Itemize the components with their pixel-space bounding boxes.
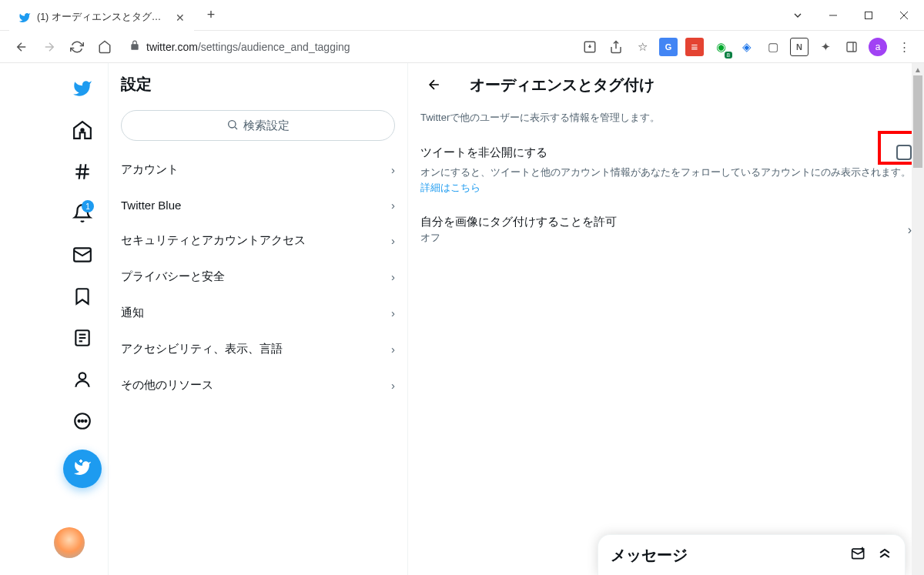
nav-profile-icon[interactable] xyxy=(63,360,102,399)
bookmark-star-icon[interactable]: ☆ xyxy=(633,38,651,56)
twitter-logo-icon[interactable] xyxy=(63,69,102,108)
settings-item-account[interactable]: アカウント› xyxy=(109,152,407,188)
svg-point-22 xyxy=(229,120,236,127)
browser-menu-icon[interactable]: ⋮ xyxy=(895,38,913,56)
translate-extension-icon[interactable]: G xyxy=(659,38,678,56)
back-arrow-button[interactable] xyxy=(420,71,448,99)
nav-explore-icon[interactable] xyxy=(63,152,102,191)
lock-icon xyxy=(129,40,140,53)
extension-icon[interactable]: ◈ xyxy=(738,38,756,56)
svg-point-19 xyxy=(79,420,80,422)
protect-tweets-help: オンにすると、ツイートと他のアカウント情報があなたをフォローしているアカウントに… xyxy=(420,165,912,195)
nav-messages-icon[interactable] xyxy=(63,236,102,274)
detail-title: オーディエンスとタグ付け xyxy=(470,75,654,95)
messages-title: メッセージ xyxy=(611,545,688,566)
settings-search-input[interactable]: 検索設定 xyxy=(121,110,395,141)
nav-more-icon[interactable] xyxy=(63,402,102,440)
scrollbar-up-icon[interactable]: ▲ xyxy=(912,63,924,75)
url-domain: twitter.com xyxy=(146,41,198,53)
protect-tweets-label: ツイートを非公開にする xyxy=(420,145,547,160)
chevron-right-icon: › xyxy=(391,343,395,356)
tab-close-icon[interactable]: ✕ xyxy=(176,12,185,24)
photo-tagging-label: 自分を画像にタグ付けすることを許可 xyxy=(420,215,617,229)
learn-more-link[interactable]: 詳細はこちら xyxy=(420,182,480,193)
messages-dock[interactable]: メッセージ xyxy=(598,534,906,575)
browser-tab[interactable]: (1) オーディエンスとタグ付け / Twitter ✕ xyxy=(9,5,194,31)
share-icon[interactable] xyxy=(607,38,625,56)
svg-point-20 xyxy=(82,420,83,422)
address-bar[interactable]: twitter.com/settings/audience_and_taggin… xyxy=(122,40,574,53)
settings-item-notifications[interactable]: 通知› xyxy=(109,295,407,331)
detail-description: Twitterで他のユーザーに表示する情報を管理します。 xyxy=(408,103,924,137)
svg-line-10 xyxy=(79,164,81,179)
scrollbar-thumb[interactable] xyxy=(913,75,922,168)
window-maximize-icon[interactable] xyxy=(852,3,886,28)
nav-bookmarks-icon[interactable] xyxy=(63,277,102,316)
todoist-extension-icon[interactable]: ≡ xyxy=(685,38,704,56)
extensions-puzzle-icon[interactable]: ✦ xyxy=(816,38,835,56)
chevron-right-icon: › xyxy=(391,163,395,176)
chevron-right-icon: › xyxy=(391,379,395,392)
search-icon xyxy=(226,119,239,133)
window-minimize-icon[interactable] xyxy=(816,3,850,28)
search-placeholder: 検索設定 xyxy=(243,119,290,133)
svg-point-21 xyxy=(85,420,86,422)
install-app-icon[interactable] xyxy=(581,38,599,56)
forward-button[interactable] xyxy=(38,36,60,58)
svg-line-11 xyxy=(84,164,85,179)
back-button[interactable] xyxy=(11,36,32,58)
protect-tweets-checkbox[interactable] xyxy=(896,145,912,160)
settings-item-privacy[interactable]: プライバシーと安全› xyxy=(109,259,407,295)
nav-home-icon[interactable] xyxy=(63,111,102,149)
svg-point-7 xyxy=(81,129,83,131)
primary-nav: 1 xyxy=(0,63,108,575)
reload-button[interactable] xyxy=(66,36,88,58)
settings-detail-column: オーディエンスとタグ付け Twitterで他のユーザーに表示する情報を管理します… xyxy=(408,63,924,575)
nav-notifications-icon[interactable]: 1 xyxy=(63,194,102,232)
expand-dock-icon[interactable] xyxy=(877,546,892,564)
compose-tweet-button[interactable] xyxy=(63,450,102,488)
photo-tagging-option[interactable]: 自分を画像にタグ付けすることを許可 オフ › xyxy=(408,206,924,254)
tab-title: (1) オーディエンスとタグ付け / Twitter xyxy=(37,11,169,24)
twitter-favicon-icon xyxy=(18,12,31,24)
home-button[interactable] xyxy=(94,36,116,58)
evernote-extension-icon[interactable]: ◉ xyxy=(711,38,730,56)
extension-icon-2[interactable]: ▢ xyxy=(764,38,782,56)
new-tab-button[interactable]: + xyxy=(200,5,222,26)
messages-actions xyxy=(851,546,892,564)
browser-titlebar: (1) オーディエンスとタグ付け / Twitter ✕ + xyxy=(0,0,924,31)
notification-badge: 1 xyxy=(82,200,94,212)
tab-search-icon[interactable] xyxy=(781,3,815,28)
chevron-right-icon: › xyxy=(391,199,395,212)
settings-item-twitter-blue[interactable]: Twitter Blue› xyxy=(109,188,407,222)
scrollbar-track[interactable]: ▲ xyxy=(912,63,924,575)
settings-item-security[interactable]: セキュリティとアカウントアクセス› xyxy=(109,222,407,259)
extensions-bar: ☆ G ≡ ◉ ◈ ▢ N ✦ a ⋮ xyxy=(581,38,913,56)
chevron-right-icon: › xyxy=(391,234,395,247)
profile-avatar[interactable]: a xyxy=(869,38,887,56)
search-wrap: 検索設定 xyxy=(109,105,407,152)
browser-toolbar: twitter.com/settings/audience_and_taggin… xyxy=(0,31,924,63)
account-switcher-avatar[interactable] xyxy=(54,527,85,558)
window-controls xyxy=(781,3,924,28)
chevron-right-icon: › xyxy=(391,270,395,283)
protect-tweets-option: ツイートを非公開にする オンにすると、ツイートと他のアカウント情報があなたをフォ… xyxy=(408,137,924,206)
svg-rect-5 xyxy=(847,42,856,52)
settings-item-resources[interactable]: その他のリソース› xyxy=(109,367,407,403)
url-path: /settings/audience_and_tagging xyxy=(198,41,350,53)
settings-heading: 設定 xyxy=(109,63,407,105)
svg-rect-1 xyxy=(865,12,872,18)
settings-list-column: 設定 検索設定 アカウント› Twitter Blue› セキュリティとアカウン… xyxy=(108,63,408,575)
notion-extension-icon[interactable]: N xyxy=(790,38,808,56)
twitter-app: 1 設定 検索設定 アカウント› Twitter Blue› セキュリティとアカ… xyxy=(0,63,924,575)
chevron-right-icon: › xyxy=(391,306,395,319)
svg-point-17 xyxy=(79,373,86,379)
sidepanel-icon[interactable] xyxy=(842,38,861,56)
nav-lists-icon[interactable] xyxy=(63,319,102,357)
window-close-icon[interactable] xyxy=(887,3,921,28)
settings-item-accessibility[interactable]: アクセシビリティ、表示、言語› xyxy=(109,331,407,367)
svg-line-23 xyxy=(235,127,237,129)
detail-header: オーディエンスとタグ付け xyxy=(408,63,924,103)
new-message-icon[interactable] xyxy=(851,546,866,564)
photo-tagging-status: オフ xyxy=(420,231,617,245)
